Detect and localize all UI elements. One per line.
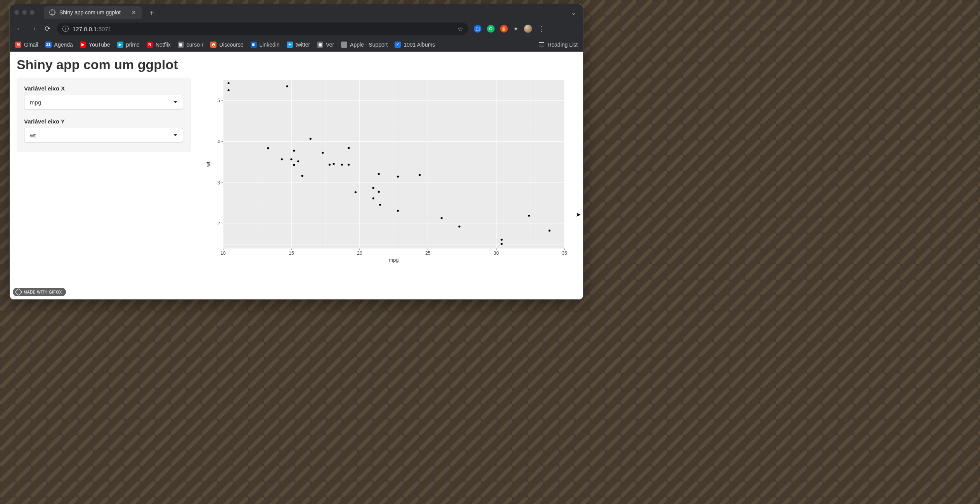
address-bar[interactable]: 127.0.0.1:5071 ☆ [57,23,468,35]
browser-tab[interactable]: Shiny app com um ggplot ✕ [44,6,142,19]
new-tab-button[interactable]: ＋ [148,9,156,16]
extension-icon[interactable]: G [487,25,495,33]
svg-point-53 [293,149,295,151]
svg-point-47 [419,174,421,176]
browser-menu-button[interactable]: ⋮ [538,24,545,33]
svg-point-48 [397,176,399,177]
svg-point-59 [549,229,551,231]
x-axis-label: Variável eixo X [24,85,183,92]
close-tab-button[interactable]: ✕ [132,9,136,16]
svg-point-46 [281,158,283,160]
bookmark-label: Agenda [54,42,73,48]
svg-point-66 [441,217,443,219]
svg-point-49 [348,163,350,165]
caret-down-icon [173,101,177,103]
svg-point-52 [322,152,324,154]
svg-point-67 [500,243,502,245]
bookmark-item[interactable]: ✦twitter [287,42,310,48]
bookmark-label: twitter [296,42,310,48]
extension-icon[interactable]: ⬚ [474,25,481,33]
svg-point-69 [355,191,357,193]
bookmark-item[interactable]: NNetflix [147,42,171,48]
bookmark-item[interactable]: ▣curso-r [178,42,204,48]
bookmark-label: Gmail [24,42,38,48]
extension-icon[interactable]: ✋ [500,25,508,33]
back-button[interactable]: ← [15,25,24,33]
bookmark-item[interactable]: ◓Discourse [210,42,243,48]
tab-title: Shiny app com um ggplot [59,9,121,16]
caret-down-icon [173,134,177,136]
bookmark-item[interactable]: MGmail [15,42,38,48]
svg-point-62 [293,164,295,166]
bookmark-favicon: ▣ [317,42,323,48]
bookmark-favicon: ◓ [210,42,216,48]
svg-text:4: 4 [217,139,220,144]
svg-point-44 [341,163,343,165]
svg-text:wt: wt [205,162,211,167]
mouse-cursor-icon: ➤ [576,211,581,218]
url-text: 127.0.0.1:5071 [73,26,111,32]
svg-point-57 [528,215,530,217]
svg-point-58 [500,239,502,241]
bookmark-item[interactable]: 21Agenda [45,42,73,48]
svg-point-54 [227,89,229,91]
svg-point-40 [372,197,374,199]
bookmark-item[interactable]: ▶prime [117,42,140,48]
svg-point-51 [310,138,312,140]
tab-strip: Shiny app com um ggplot ✕ ＋ ⌄ [10,4,583,21]
bookmarks-bar: MGmail21Agenda▶YouTube▶primeNNetflix▣cur… [10,37,583,52]
bookmark-item[interactable]: ▶YouTube [80,42,110,48]
svg-point-65 [458,226,460,228]
close-window-button[interactable] [14,10,19,15]
bookmark-item[interactable]: ▣Ver [317,42,334,48]
x-axis-select[interactable]: mpg [24,95,183,109]
bookmark-label: YouTube [89,42,110,48]
reading-list-icon [539,42,544,47]
svg-text:3: 3 [217,180,220,186]
bookmark-favicon [341,42,347,48]
svg-text:20: 20 [357,250,362,256]
bookmark-item[interactable]: inLinkedin [251,42,280,48]
bookmark-favicon: ✦ [287,42,293,48]
bookmark-favicon: in [251,42,257,48]
extensions-button[interactable]: ✦ [513,25,518,33]
bookmark-favicon: M [15,42,21,48]
gifox-watermark: MADE WITH GIFOX [13,288,66,296]
bookmark-favicon: 21 [45,42,52,48]
svg-point-68 [301,175,303,177]
reload-button[interactable]: ⟳ [43,24,52,33]
svg-point-43 [378,173,380,175]
page-content: Shiny app com um ggplot Variável eixo X … [10,52,583,299]
x-axis-select-value: mpg [30,99,41,106]
svg-point-42 [397,210,399,212]
bookmark-label: curso-r [187,42,204,48]
bookmark-star-button[interactable]: ☆ [457,25,463,33]
maximize-window-button[interactable] [30,10,35,15]
bookmark-item[interactable]: ✓1001 Albums [395,42,435,48]
plot-output: 1015202530352345mpgwt [201,78,576,266]
bookmark-item[interactable]: Apple - Support [341,42,388,48]
minimize-window-button[interactable] [22,10,27,15]
forward-button[interactable]: → [29,25,38,33]
svg-point-60 [379,204,381,206]
reading-list-button[interactable]: Reading List [539,42,578,48]
scatter-plot: 1015202530352345mpgwt [204,78,569,264]
tab-overflow-button[interactable]: ⌄ [571,9,576,16]
y-axis-select-value: wt [30,132,36,139]
site-info-icon[interactable] [62,26,69,32]
sidebar-panel: Variável eixo X mpg Variável eixo Y wt [17,78,190,152]
bookmark-label: Discourse [219,42,243,48]
svg-text:35: 35 [562,250,567,256]
svg-text:5: 5 [217,98,220,103]
svg-point-64 [348,147,350,149]
svg-text:30: 30 [493,250,499,256]
bookmark-label: Ver [326,42,334,48]
bookmark-label: 1001 Albums [403,42,435,48]
profile-avatar[interactable] [524,24,532,33]
toolbar: ← → ⟳ 127.0.0.1:5071 ☆ ⬚ G ✋ ✦ ⋮ [10,21,583,37]
svg-point-70 [290,158,292,160]
svg-point-55 [227,82,229,84]
y-axis-select[interactable]: wt [24,128,183,143]
y-axis-label: Variável eixo Y [24,118,183,125]
svg-point-45 [333,163,335,165]
